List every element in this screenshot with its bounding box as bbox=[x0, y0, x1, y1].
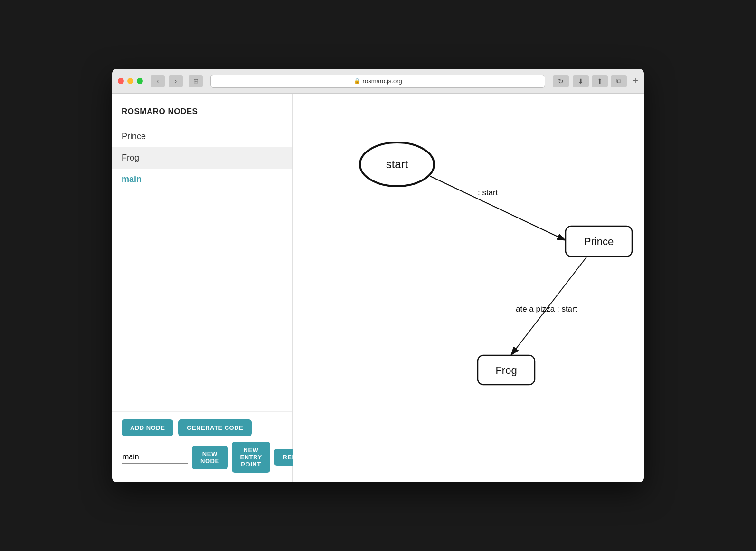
sidebar-item-prince[interactable]: Prince bbox=[112, 126, 292, 147]
minimize-button[interactable] bbox=[127, 78, 133, 84]
node-name-input[interactable] bbox=[122, 451, 188, 464]
sidebar-toggle-button[interactable]: ⊞ bbox=[189, 75, 203, 87]
graph-canvas: start : start Prince ate a pizza : start… bbox=[293, 94, 644, 482]
share-button[interactable]: ⬆ bbox=[592, 75, 608, 87]
canvas-area[interactable]: start : start Prince ate a pizza : start… bbox=[293, 94, 644, 482]
generate-code-button[interactable]: GENERATE CODE bbox=[178, 419, 252, 436]
titlebar: ‹ › ⊞ 🔒 rosmaro.js.org ↻ ⬇ ⬆ ⧉ + bbox=[112, 69, 644, 94]
toolbar-right: ⬇ ⬆ ⧉ bbox=[573, 75, 627, 87]
sidebar-item-main[interactable]: main bbox=[112, 169, 292, 190]
start-node-label: start bbox=[386, 158, 408, 171]
prince-node-label: Prince bbox=[584, 236, 614, 247]
back-button[interactable]: ‹ bbox=[151, 75, 165, 87]
start-node[interactable]: start bbox=[360, 142, 434, 186]
edge-start-prince bbox=[430, 176, 566, 240]
content-area: ROSMARO NODES Prince Frog main ADD NODE … bbox=[112, 94, 644, 482]
new-entry-point-button[interactable]: NEW ENTRY POINT bbox=[232, 442, 271, 473]
add-node-button[interactable]: ADD NODE bbox=[122, 419, 173, 436]
sidebar-title: ROSMARO NODES bbox=[112, 94, 292, 126]
new-node-button[interactable]: NEW NODE bbox=[192, 446, 228, 469]
url-text: rosmaro.js.org bbox=[363, 77, 402, 85]
sidebar: ROSMARO NODES Prince Frog main ADD NODE … bbox=[112, 94, 293, 482]
primary-buttons: ADD NODE GENERATE CODE bbox=[122, 419, 283, 436]
edge-start-prince-label: : start bbox=[478, 188, 498, 197]
prince-node[interactable]: Prince bbox=[566, 226, 632, 256]
edge-prince-frog-label: ate a pizza : start bbox=[516, 304, 577, 314]
download-button[interactable]: ⬇ bbox=[573, 75, 589, 87]
tabs-button[interactable]: ⧉ bbox=[611, 75, 627, 87]
sidebar-item-frog[interactable]: Frog bbox=[112, 147, 292, 169]
sidebar-list: Prince Frog main bbox=[112, 126, 292, 411]
frog-node[interactable]: Frog bbox=[478, 355, 535, 385]
sidebar-bottom: ADD NODE GENERATE CODE NEW NODE NEW ENTR… bbox=[112, 411, 292, 482]
new-tab-button[interactable]: + bbox=[633, 76, 638, 86]
secondary-buttons: NEW NODE NEW ENTRY POINT REMOVE bbox=[122, 442, 283, 473]
close-button[interactable] bbox=[118, 78, 124, 84]
maximize-button[interactable] bbox=[137, 78, 143, 84]
frog-node-label: Frog bbox=[495, 364, 517, 376]
reload-button[interactable]: ↻ bbox=[553, 75, 569, 87]
lock-icon: 🔒 bbox=[354, 78, 360, 84]
url-bar: 🔒 rosmaro.js.org bbox=[210, 75, 545, 88]
browser-window: ‹ › ⊞ 🔒 rosmaro.js.org ↻ ⬇ ⬆ ⧉ + ROSMARO… bbox=[112, 69, 644, 482]
forward-button[interactable]: › bbox=[169, 75, 183, 87]
traffic-lights bbox=[118, 78, 143, 84]
